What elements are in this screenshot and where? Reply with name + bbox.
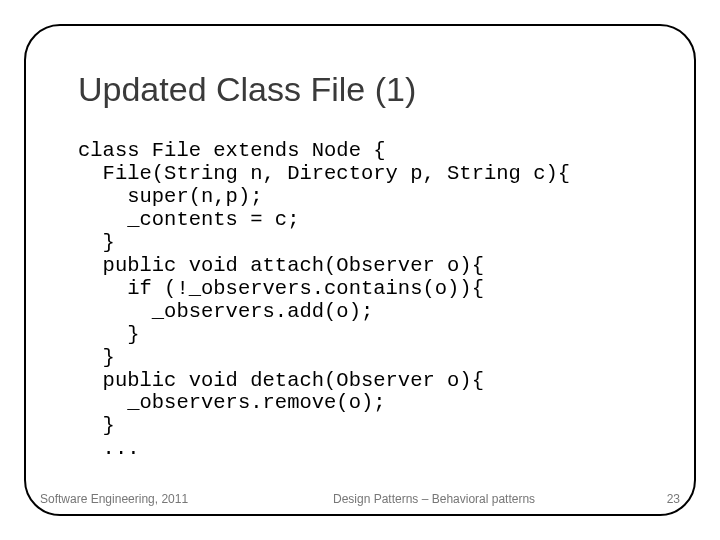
footer-page-number: 23 xyxy=(620,492,680,506)
slide: Updated Class File (1) class File extend… xyxy=(0,0,720,540)
footer-left: Software Engineering, 2011 xyxy=(40,492,188,506)
footer: Software Engineering, 2011 Design Patter… xyxy=(40,492,680,506)
footer-center: Design Patterns – Behavioral patterns xyxy=(188,492,620,506)
code-block: class File extends Node { File(String n,… xyxy=(78,140,570,461)
slide-title: Updated Class File (1) xyxy=(78,70,416,109)
